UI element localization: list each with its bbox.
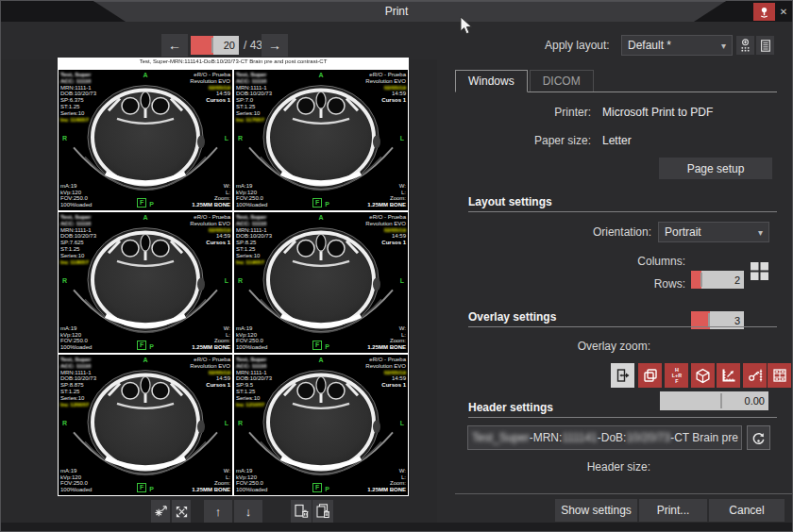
grid-2x2-icon [750, 261, 769, 281]
overlay-top-left: Test, Super ACC: 11110 MRN:1111-1 DOB:10… [236, 72, 272, 123]
overlay-position-button[interactable] [611, 363, 634, 388]
overlay-mrn: MRN:1111-1 [236, 85, 272, 91]
tab-dicom[interactable]: DICOM [530, 70, 594, 91]
orientation-marker-left: L [225, 420, 228, 426]
overlay-scanner: Revolution EVO [190, 221, 230, 227]
orientation-marker-feet: F [312, 198, 322, 208]
overlay-slice-position: SP:8.25 [236, 240, 272, 246]
apply-layout-select[interactable]: Default * ▾ [621, 35, 733, 56]
overlay-study-date: 02/05/19 [365, 85, 406, 91]
orientation-select[interactable]: Portrait ▾ [658, 222, 769, 242]
orientation-marker-left: L [400, 277, 404, 284]
overlay-top-left: Test, Super ACC: 11110 MRN:1111-1 DOB:10… [60, 357, 96, 407]
page-total-label: / 43 [244, 39, 262, 52]
arrow-right-icon: → [268, 38, 281, 53]
overlay-top-left: Test, Super ACC: 11110 MRN:1111-1 DOB:10… [236, 214, 272, 265]
overlay-instance: Inc 120057 [60, 402, 96, 408]
overlay-dob: DOB:10/20/73 [236, 375, 272, 382]
windowing-button[interactable] [151, 500, 170, 523]
preview-cell[interactable]: Test, Super ACC: 11110 MRN:1111-1 DOB:10… [234, 70, 408, 210]
overlay-zoom-handle[interactable] [720, 393, 722, 408]
overlay-level: L: [192, 474, 230, 481]
orientation-marker-anterior: A [59, 214, 232, 221]
overlay-dob: DOB:10/20/73 [60, 233, 96, 240]
move-page-up-button[interactable]: ↑ [204, 500, 232, 523]
toggle-orientation-cube-button[interactable] [691, 363, 715, 388]
overlay-study-date: 02/05/19 [365, 370, 406, 376]
columns-label: Columns: [637, 255, 685, 268]
overlay-study-desc: Cursos 1 [365, 97, 406, 104]
print-preview-page: Test, Super-MRN:111141-DoB:10/20/73-CT B… [58, 58, 409, 496]
overlay-kvp: kVp:120 [60, 332, 92, 339]
toggle-ruler-button[interactable] [717, 363, 740, 388]
orientation-marker-posterior: P [325, 343, 329, 350]
delete-page-button[interactable] [291, 500, 312, 523]
overlay-study-time: 14:59 [365, 91, 406, 97]
overlay-ma: mA:19 [236, 468, 267, 474]
orientation-marker-bottom: F P [234, 483, 408, 492]
overlay-series: Series:10 [236, 110, 272, 117]
paper-size-value: Letter [602, 134, 632, 147]
overlay-slice-thickness: ST:1.25 [60, 389, 96, 395]
orientation-marker-right: R [238, 135, 243, 141]
prev-page-button[interactable]: ← [161, 34, 188, 57]
overlay-series: Series:10 [236, 395, 272, 402]
cancel-button[interactable]: Cancel [709, 499, 785, 522]
move-page-down-button[interactable]: ↓ [234, 500, 262, 523]
overlay-study-date: 02/05/19 [190, 85, 230, 91]
close-button[interactable]: ✕ [776, 3, 791, 21]
toggle-image-overlays-button[interactable] [638, 363, 662, 388]
save-layout-button[interactable] [736, 36, 754, 55]
layout-list-button[interactable] [756, 36, 774, 55]
overlay-zoom-label-row: Overlay zoom: [455, 337, 650, 356]
overlay-instance: Inc 119057 [236, 259, 272, 266]
overlay-zoom-slider[interactable]: 0.00 [660, 391, 768, 410]
header-field-study: -CT Brain pre [670, 431, 738, 444]
overlay-instance: Inc 117057 [236, 117, 272, 124]
orientation-marker-feet: F [137, 198, 146, 208]
preview-cell[interactable]: Test, Super ACC: 11110 MRN:1111-1 DOB:10… [59, 355, 232, 495]
overlay-slice-position: SP:7.0 [236, 97, 272, 104]
window-title: Print [1, 5, 792, 18]
arrow-down-icon: ↓ [245, 505, 252, 519]
tabbar: Windows DICOM [455, 69, 777, 92]
header-text-field[interactable]: Test_Super-MRN:111141-DoB:10/20/73-CT Br… [467, 425, 742, 450]
toggle-orientation-labels-button[interactable]: H L+R F [665, 363, 688, 388]
columns-slider[interactable]: 2 [691, 271, 744, 289]
user-pin-button[interactable] [753, 3, 775, 21]
reset-header-button[interactable] [747, 425, 770, 450]
overlay-level: L: [367, 474, 406, 481]
orientation-marker-right: R [62, 277, 67, 284]
preview-cell[interactable]: Test, Super ACC: 11110 MRN:1111-1 DOB:10… [234, 355, 408, 495]
next-page-button[interactable]: → [262, 34, 288, 57]
page-number-slider[interactable]: 20 [191, 36, 239, 55]
rows-slider-handle[interactable] [708, 313, 710, 327]
preview-cell[interactable]: Test, Super ACC: 11110 MRN:1111-1 DOB:10… [234, 212, 408, 353]
overlay-window: W: [192, 183, 230, 190]
overlay-study-time: 14:59 [190, 375, 230, 382]
page-setup-button[interactable]: Page setup [659, 158, 772, 179]
overlay-dob: DOB:10/20/73 [236, 233, 272, 240]
page-slider-handle[interactable] [211, 38, 213, 53]
show-settings-button[interactable]: Show settings [555, 499, 637, 522]
tab-windows[interactable]: Windows [455, 70, 528, 92]
close-icon: ✕ [780, 7, 787, 17]
print-button[interactable]: Print... [639, 499, 707, 522]
preview-cell[interactable]: Test, Super ACC: 11110 MRN:1111-1 DOB:10… [59, 212, 232, 353]
overlay-slice-thickness: ST:1.25 [236, 389, 272, 395]
titlebar[interactable]: Print ✕ [1, 1, 792, 22]
orientation-marker-anterior: A [59, 357, 232, 363]
grid-layout-button[interactable] [750, 261, 769, 281]
toggle-calibration-button[interactable] [743, 363, 767, 388]
orientation-marker-bottom: F P [59, 483, 232, 492]
overlay-window: W: [367, 468, 406, 474]
overlay-kvp: kVp:120 [60, 190, 92, 196]
fit-to-window-button[interactable] [172, 500, 191, 523]
overlay-study-time: 14:59 [190, 91, 230, 97]
toggle-grid-overlay-button[interactable] [768, 363, 791, 388]
preview-cell[interactable]: Test, Super ACC: 11110 MRN:1111-1 DOB:10… [59, 70, 232, 210]
printer-value: Microsoft Print to PDF [602, 106, 713, 119]
delete-all-pages-button[interactable] [312, 500, 333, 523]
overlay-mrn: MRN:1111-1 [236, 370, 272, 376]
columns-slider-handle[interactable] [700, 273, 702, 287]
